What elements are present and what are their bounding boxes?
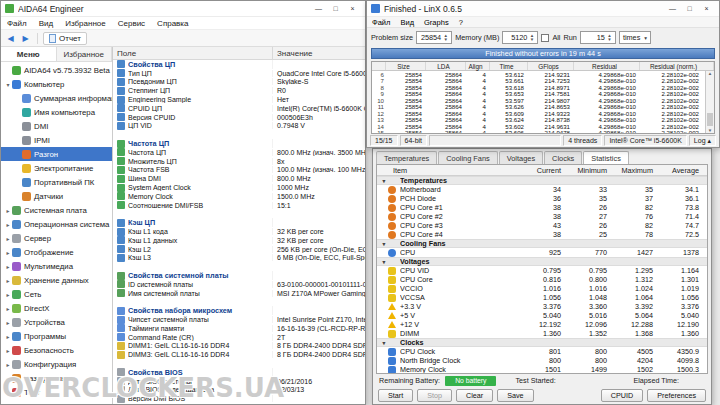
results-column-header[interactable]: Size <box>386 62 426 70</box>
tree-expander-icon[interactable]: ▸ <box>4 319 12 326</box>
property-row[interactable]: Memory Clock 1500.0 MHz <box>113 192 365 201</box>
tree-expander-icon[interactable]: ▸ <box>4 235 12 242</box>
linx-titlebar[interactable]: Finished - LinX 0.6.5 — □ × <box>367 1 719 17</box>
group-expander-icon[interactable]: ▾ <box>380 340 388 346</box>
tree-item[interactable]: Датчики <box>1 189 112 203</box>
menu-item[interactable]: Файл <box>367 18 395 27</box>
property-row[interactable]: Частота ЦП <box>113 139 365 148</box>
stepper-icon[interactable]: ▲▼ <box>528 34 535 41</box>
tree-item[interactable]: AIDA64 v5.75.3932 Beta <box>1 63 112 77</box>
stability-button[interactable]: Save <box>497 389 533 402</box>
tree-expander-icon[interactable]: ▸ <box>4 249 12 256</box>
tree-item[interactable]: ▸ Мультимедиа <box>1 259 112 273</box>
header-minimum[interactable]: Minimum <box>569 166 615 175</box>
property-row[interactable]: Свойства ЦП <box>113 60 365 69</box>
tree-expander-icon[interactable]: ▸ <box>4 361 12 368</box>
stability-button[interactable]: Stop <box>417 389 452 402</box>
vertical-scrollbar[interactable]: ▲ ▼ <box>705 71 714 133</box>
property-row[interactable]: CPUID ЦП Intel(R) Core(TM) i5-6600K CPU … <box>113 104 365 113</box>
scroll-up-icon[interactable]: ▲ <box>708 71 712 76</box>
property-row[interactable]: Частота ЦП 800.0 MHz (изнач. 3500 MHz) <box>113 148 365 157</box>
tree-item[interactable]: ▸ Устройства <box>1 315 112 329</box>
statistics-row[interactable]: ▾ Cooling Fans <box>377 239 707 248</box>
property-row[interactable]: Кэш L2 256 KB per core (On-Die, ECC, Ful… <box>113 245 365 254</box>
scroll-down-icon[interactable]: ▼ <box>708 128 712 133</box>
stepper-icon[interactable]: ▲▼ <box>606 34 613 41</box>
property-row[interactable]: Дата BIOS видеоадаптера 12/03/13 <box>113 385 365 394</box>
property-row[interactable]: Шина DMI 800.0 MHz <box>113 174 365 183</box>
close-icon[interactable]: × <box>698 2 715 15</box>
report-button[interactable]: Отчет <box>43 32 87 45</box>
property-row[interactable]: Кэш L3 6 MB (On-Die, ECC, Full-Speed) <box>113 254 365 263</box>
column-header-field[interactable]: Поле <box>113 47 273 59</box>
property-row[interactable]: ID системной платы 63-0100-000001-001011… <box>113 280 365 289</box>
statistics-row[interactable]: +5 V 5.040 5.016 5.064 5.040 <box>377 311 707 320</box>
statistics-row[interactable]: Motherboard 34 33 35 34.1 <box>377 185 707 194</box>
group-expander-icon[interactable]: ▾ <box>380 241 388 247</box>
statistics-row[interactable]: CPU Core #4 38 25 78 72.5 <box>377 230 707 239</box>
tree-expander-icon[interactable]: ▸ <box>4 333 12 340</box>
tree-item[interactable]: IPMI <box>1 133 112 147</box>
property-row[interactable] <box>113 210 365 219</box>
tree-expander-icon[interactable]: ▸ <box>4 291 12 298</box>
property-row[interactable]: Частота FSB 100.0 MHz (изнач. 100 MHz) <box>113 166 365 175</box>
sensor-tab[interactable]: Statistics <box>583 151 629 164</box>
tree-item[interactable]: ▸ Хранение данных <box>1 273 112 287</box>
forward-icon[interactable]: ▶ <box>19 34 32 43</box>
property-row[interactable]: Степпинг ЦП R0 <box>113 86 365 95</box>
property-row[interactable]: Engineering Sample Нет <box>113 95 365 104</box>
menu-item[interactable]: Файл <box>1 19 33 28</box>
statistics-row[interactable]: PCH Diode 36 35 37 36.1 <box>377 194 707 203</box>
results-column-header[interactable]: Residual (norm.) <box>640 62 714 70</box>
property-row[interactable]: Версия DMI BIOS <box>113 394 365 403</box>
tree-expander-icon[interactable]: ▸ <box>4 305 12 312</box>
tree-item[interactable]: ▸ Операционная система <box>1 217 112 231</box>
tree-expander-icon[interactable]: ▸ <box>4 277 12 284</box>
tree-expander-icon[interactable]: ▸ <box>4 389 12 396</box>
tree-expander-icon[interactable]: ▸ <box>4 221 12 228</box>
statistics-row[interactable]: +3.3 V 3.376 3.360 3.392 3.376 <box>377 302 707 311</box>
run-input[interactable]: 15 ▲▼ <box>580 31 616 44</box>
tree-item[interactable]: ▸ Тест <box>1 385 112 399</box>
menu-item[interactable]: Graphs <box>419 18 454 27</box>
tree-item[interactable]: ▸ Сервер <box>1 231 112 245</box>
aida64-titlebar[interactable]: AIDA64 Engineer — □ × <box>1 1 365 17</box>
stability-button[interactable]: Preferences <box>647 389 706 402</box>
column-header-value[interactable]: Значение <box>273 49 365 58</box>
sidebar-tab[interactable]: Избранное <box>57 47 113 61</box>
statistics-row[interactable]: +12 V 12.192 12.096 12.288 12.190 <box>377 320 707 329</box>
property-row[interactable]: Свойства набора микросхем <box>113 306 365 315</box>
tree-item[interactable]: Электропитание <box>1 161 112 175</box>
statistics-row[interactable]: CPU Core #1 38 26 82 73.8 <box>377 203 707 212</box>
tree-item[interactable]: ▸ Безопасность <box>1 343 112 357</box>
results-column-header[interactable]: Residual <box>574 62 640 70</box>
menu-item[interactable]: Справка <box>151 19 194 28</box>
scrollbar-thumb[interactable] <box>707 113 713 126</box>
sidebar-tab[interactable]: Меню <box>1 47 57 61</box>
property-row[interactable]: Псевдоним ЦП Skylake-S <box>113 78 365 87</box>
property-row[interactable] <box>113 359 365 368</box>
tree-expander-icon[interactable]: ▾ <box>4 81 12 88</box>
tree-item[interactable]: ▸ Сеть <box>1 287 112 301</box>
group-expander-icon[interactable]: ▾ <box>380 178 388 184</box>
statistics-row[interactable]: CPU Clock 801 800 4505 4350.9 <box>377 347 707 356</box>
minimize-icon[interactable]: — <box>664 2 681 15</box>
tree-item[interactable]: DMI <box>1 119 112 133</box>
tree-expander-icon[interactable]: ▸ <box>4 207 12 214</box>
memory-input[interactable]: 5120 ▲▼ <box>502 31 538 44</box>
header-item[interactable]: Item <box>377 166 523 175</box>
problem-size-input[interactable]: 25854 ▲▼ <box>416 31 452 44</box>
group-expander-icon[interactable]: ▾ <box>380 259 388 265</box>
property-row[interactable]: Кэш L1 данных 32 KB per core <box>113 236 365 245</box>
results-column-header[interactable]: Align <box>466 62 490 70</box>
statistics-row[interactable]: CPU Core #2 38 27 76 71.4 <box>377 212 707 221</box>
tree-expander-icon[interactable]: ▸ <box>4 347 12 354</box>
property-row[interactable]: Множитель ЦП 8x <box>113 157 365 166</box>
tree-item[interactable]: ▸ DirectX <box>1 301 112 315</box>
sensor-tab[interactable]: Clocks <box>544 151 582 164</box>
tree-item[interactable]: ▸ База данных <box>1 371 112 385</box>
results-column-header[interactable]: LDA <box>426 62 466 70</box>
tree-item[interactable]: Разгон <box>1 147 112 161</box>
property-row[interactable]: Имя системной платы MSI Z170A MPower Gam… <box>113 289 365 298</box>
all-checkbox[interactable] <box>541 34 549 42</box>
